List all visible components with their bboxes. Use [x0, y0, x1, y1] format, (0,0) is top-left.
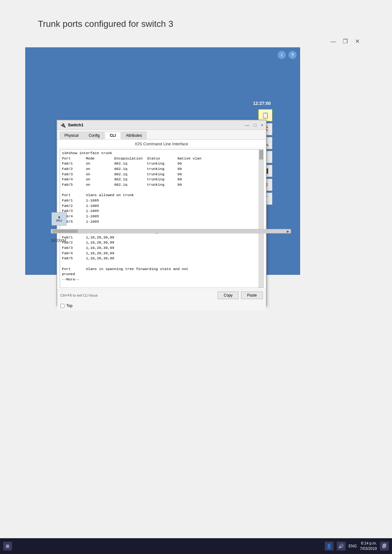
ctrl-hint: Ctrl+F6 to exit CLI focus [60, 293, 98, 297]
terminal-scrollbar-thumb [259, 150, 263, 160]
action-buttons: Copy Paste [218, 292, 263, 299]
paste-button[interactable]: Paste [241, 292, 263, 299]
device-icon-label: 2811 [56, 219, 62, 222]
taskbar-right: 👤 🔊 ENG 6:14 p.m. 7/03/2019 🗐 [325, 541, 389, 551]
device-icon-symbol: 🖥 [58, 216, 61, 219]
sim-help-icon[interactable]: ? [288, 51, 297, 59]
terminal-content: s3#show interface trunk Port Mode Encaps… [60, 149, 263, 284]
outer-close-button[interactable]: ✕ [354, 38, 360, 45]
switch-bottombar: Ctrl+F6 to exit CLI focus Copy Paste [57, 289, 266, 301]
terminal[interactable]: s3#show interface trunk Port Mode Encaps… [60, 149, 263, 288]
taskbar-lang: ENG [349, 544, 357, 548]
taskbar-time: 6:14 p.m. 7/03/2019 [360, 541, 377, 551]
sim-topbar: i ? [26, 48, 300, 62]
outer-window-controls: — ❐ ✕ [330, 38, 360, 45]
switch-window-title: Switch1 [68, 123, 83, 127]
switch-maximize-button[interactable]: □ [254, 123, 256, 128]
switch-window: 🔌 Switch1 — □ × Physical Config CLI Attr… [57, 120, 267, 306]
outer-maximize-button[interactable]: ❐ [342, 38, 348, 45]
switch-title-controls: — □ × [245, 123, 263, 128]
switch-window-icon: 🔌 [60, 122, 66, 128]
taskbar-left: ⊞ [3, 542, 12, 551]
top-checkbox-label: Top [66, 304, 72, 308]
sim-info-icon[interactable]: i [278, 51, 286, 59]
tab-config[interactable]: Config [84, 132, 105, 139]
device-2811-icon[interactable]: 🖥 2811 [51, 212, 67, 226]
sim-topbar-icons: i ? [278, 51, 297, 59]
tab-physical[interactable]: Physical [60, 132, 83, 139]
taskbar-notification-icon[interactable]: 🗐 [380, 542, 389, 551]
h-scrollbar-thumb [52, 230, 78, 233]
switch-close-button[interactable]: × [261, 123, 263, 128]
outer-minimize-button[interactable]: — [330, 38, 336, 45]
top-checkbox[interactable] [60, 304, 64, 308]
h-scrollbar-right-arrow[interactable]: ▶ [287, 230, 291, 233]
taskbar-person-icon[interactable]: 👤 [325, 542, 334, 551]
checkbox-row: Top [57, 301, 266, 310]
taskbar-start-icon[interactable]: ⊞ [3, 542, 12, 551]
bottom-label: 2620XM [51, 238, 66, 243]
page-title: Trunk ports configured for switch 3 [38, 19, 173, 29]
copy-button[interactable]: Copy [218, 292, 238, 299]
switch-minimize-button[interactable]: — [245, 123, 249, 128]
cli-header: IOS Command Line Interface [57, 140, 266, 148]
taskbar: ⊞ 👤 🔊 ENG 6:14 p.m. 7/03/2019 🗐 [0, 538, 392, 554]
tab-attributes[interactable]: Attributes [121, 132, 147, 139]
taskbar-speaker-icon[interactable]: 🔊 [337, 542, 346, 551]
simulator-window: i ? 12:27:00 📋 ✕ 🔍 ● ⬛ ✉ 📄 🔌 Switch1 — □… [25, 47, 300, 275]
switch-tabs: Physical Config CLI Attributes [57, 130, 266, 140]
tab-cli[interactable]: CLI [105, 132, 120, 139]
terminal-scrollbar[interactable] [259, 149, 263, 288]
h-scrollbar[interactable]: ▶ [51, 229, 291, 233]
sim-time: 12:27:00 [253, 101, 271, 106]
switch-title-left: 🔌 Switch1 [60, 122, 83, 128]
device-icon-area: 🖥 2811 [51, 212, 67, 226]
switch-titlebar: 🔌 Switch1 — □ × [57, 120, 266, 130]
